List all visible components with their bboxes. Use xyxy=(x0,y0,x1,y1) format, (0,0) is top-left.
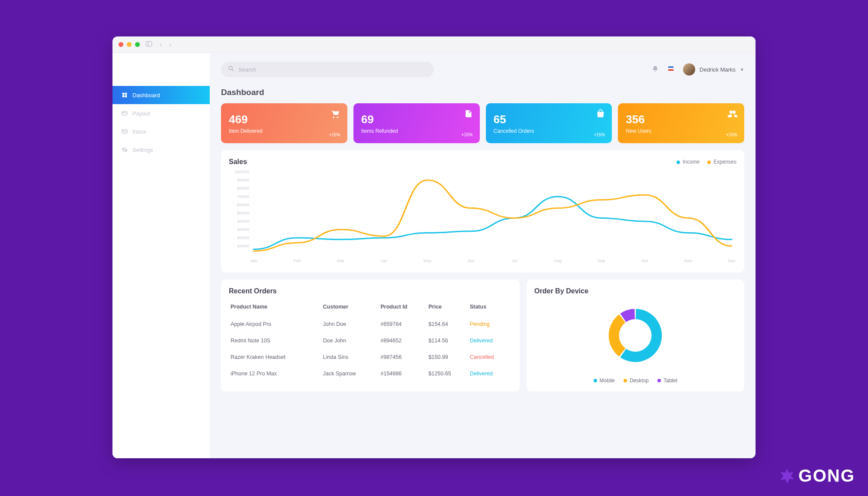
cell-customer: John Doe xyxy=(321,316,379,332)
recent-orders-panel: Recent Orders Product NameCustomerProduc… xyxy=(221,279,520,391)
sidebar-item-label: Inbox xyxy=(132,128,146,135)
cell-status: Delivered xyxy=(468,365,512,382)
orders-col-header: Status xyxy=(468,299,512,316)
gong-logo-icon xyxy=(779,468,795,484)
nav-forward-icon[interactable]: › xyxy=(168,40,173,49)
svg-rect-11 xyxy=(668,66,673,68)
bell-icon[interactable] xyxy=(652,66,659,74)
cell-customer: Linda Sins xyxy=(321,349,379,365)
svg-point-9 xyxy=(229,66,232,70)
sidebar-item-inbox[interactable]: Inbox xyxy=(112,122,210,141)
maximize-window-icon[interactable] xyxy=(135,42,140,47)
cell-product: Razer Kraken Headset xyxy=(229,349,321,365)
user-name-label: Dedrick Marks xyxy=(700,66,736,73)
table-row[interactable]: iPhone 12 Pro MaxJack Sparrow#154986$125… xyxy=(229,365,512,382)
file-icon xyxy=(464,109,473,120)
legend-item: Income xyxy=(677,159,700,165)
legend-item: Desktop xyxy=(624,378,649,384)
stat-value: 69 xyxy=(361,113,472,126)
stat-label: Item Delivered xyxy=(229,128,340,134)
stat-value: 356 xyxy=(626,113,736,126)
cell-price: $114.56 xyxy=(427,332,468,349)
table-row[interactable]: Apple Airpod ProJohn Doe#659784$154.64Pe… xyxy=(229,316,512,332)
cell-id: #987456 xyxy=(379,349,426,365)
stat-card-3[interactable]: 356New Users+15% xyxy=(618,103,744,143)
table-row[interactable]: Redmi Note 10SDoe John#894652$114.56Deli… xyxy=(229,332,512,349)
cell-product: Redmi Note 10S xyxy=(229,332,321,349)
orders-col-header: Product Id xyxy=(379,299,426,316)
stat-label: New Users xyxy=(626,128,736,134)
sidebar-item-settings[interactable]: Settings xyxy=(112,141,210,159)
nav-back-icon[interactable]: ‹ xyxy=(158,40,163,49)
credit-card-icon xyxy=(121,110,128,117)
flag-icon[interactable] xyxy=(667,66,674,74)
minimize-window-icon[interactable] xyxy=(127,42,132,47)
svg-text:90000: 90000 xyxy=(237,177,249,182)
gong-brand: GONG xyxy=(779,466,855,486)
stat-card-0[interactable]: 469Item Delivered+15% xyxy=(221,103,347,143)
svg-text:Apr: Apr xyxy=(381,258,387,263)
svg-text:50000: 50000 xyxy=(237,210,249,215)
svg-rect-6 xyxy=(122,112,127,115)
sidebar-toggle-icon[interactable] xyxy=(144,40,154,49)
device-legend: MobileDesktopTablet xyxy=(594,378,677,384)
legend-item: Tablet xyxy=(657,378,677,384)
cell-product: iPhone 12 Pro Max xyxy=(229,365,321,382)
window-traffic-lights xyxy=(119,42,140,47)
user-menu[interactable]: Dedrick Marks ▼ xyxy=(683,63,744,76)
stat-label: Items Refunded xyxy=(361,128,472,134)
stat-label: Cancelled Orders xyxy=(494,128,604,134)
window-titlebar: ‹ › xyxy=(112,36,756,53)
svg-text:Feb: Feb xyxy=(294,258,301,263)
svg-rect-3 xyxy=(125,93,127,95)
cell-customer: Doe John xyxy=(321,332,379,349)
avatar xyxy=(683,63,695,76)
stat-delta: +15% xyxy=(462,132,473,137)
table-row[interactable]: Razer Kraken HeadsetLinda Sins#987456$15… xyxy=(229,349,512,365)
cell-status: Pending xyxy=(468,316,512,332)
stat-card-1[interactable]: 69Items Refunded+15% xyxy=(353,103,480,143)
search-box[interactable] xyxy=(221,62,434,77)
svg-text:May: May xyxy=(423,258,432,263)
svg-text:80000: 80000 xyxy=(237,186,249,190)
stat-value: 65 xyxy=(494,113,604,126)
bag-icon xyxy=(596,109,605,120)
stat-delta: +15% xyxy=(594,132,605,137)
chevron-down-icon: ▼ xyxy=(740,67,744,72)
svg-text:10000: 10000 xyxy=(237,243,249,248)
page-title: Dashboard xyxy=(221,88,744,97)
app-root: DashboardPayoutInboxSettings xyxy=(112,53,756,458)
stat-card-2[interactable]: 65Cancelled Orders+15% xyxy=(486,103,612,143)
users-icon xyxy=(728,109,737,121)
cell-price: $154.64 xyxy=(427,316,468,332)
stat-value: 469 xyxy=(229,113,340,126)
close-window-icon[interactable] xyxy=(119,42,123,47)
device-title: Order By Device xyxy=(535,287,736,295)
recent-orders-title: Recent Orders xyxy=(229,287,512,295)
cell-id: #894652 xyxy=(379,332,426,349)
search-icon xyxy=(228,66,234,73)
gong-brand-label: GONG xyxy=(799,466,855,486)
sidebar-item-dashboard[interactable]: Dashboard xyxy=(112,86,210,104)
svg-rect-12 xyxy=(668,68,673,69)
svg-rect-5 xyxy=(125,95,127,98)
browser-window: ‹ › DashboardPayoutInboxSettings xyxy=(112,36,756,458)
cart-icon xyxy=(331,109,340,121)
svg-text:Jun: Jun xyxy=(468,258,475,263)
svg-text:30000: 30000 xyxy=(237,227,249,231)
svg-text:70000: 70000 xyxy=(237,194,249,198)
cell-price: $1250.65 xyxy=(427,365,468,382)
search-input[interactable] xyxy=(238,66,427,73)
svg-rect-4 xyxy=(122,95,125,98)
cell-id: #659784 xyxy=(379,316,426,332)
cell-id: #154986 xyxy=(379,365,426,382)
svg-text:100000: 100000 xyxy=(234,169,249,174)
orders-col-header: Product Name xyxy=(229,299,321,316)
cell-status: Cancelled xyxy=(468,349,512,365)
stat-delta: +15% xyxy=(329,132,340,137)
svg-line-10 xyxy=(232,69,234,71)
sales-legend: IncomeExpenses xyxy=(677,159,736,165)
sidebar-item-label: Settings xyxy=(132,147,153,153)
sidebar-item-payout[interactable]: Payout xyxy=(112,104,210,122)
envelope-icon xyxy=(121,128,128,135)
